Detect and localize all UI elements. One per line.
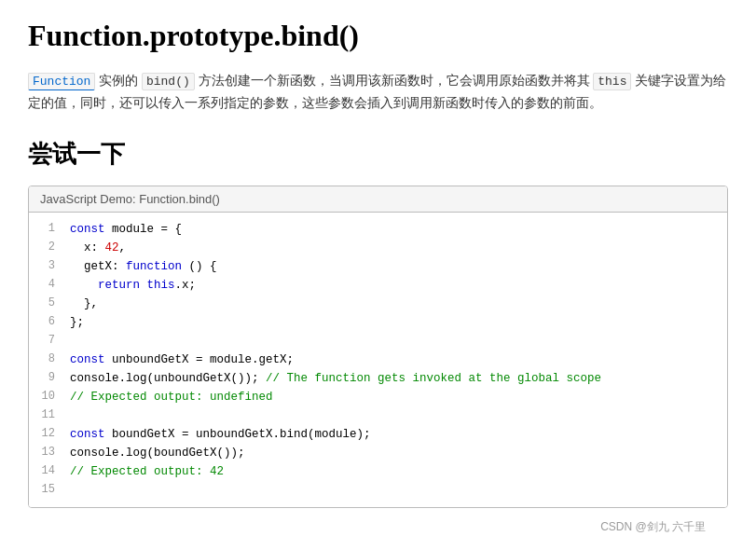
line-content: [70, 406, 77, 425]
page-title: Function.prototype.bind(): [28, 19, 728, 53]
line-content: const unboundGetX = module.getX;: [70, 351, 294, 369]
table-row: 10 // Expected output: undefined: [29, 388, 727, 406]
line-content: return this.x;: [70, 276, 196, 295]
description: Function 实例的 bind() 方法创建一个新函数，当调用该新函数时，它…: [28, 70, 728, 116]
line-content: [70, 481, 77, 500]
line-number: 2: [36, 239, 55, 257]
table-row: 9 console.log(unboundGetX()); // The fun…: [29, 369, 727, 388]
line-content: // Expected output: undefined: [70, 388, 273, 406]
table-row: 15: [29, 481, 727, 500]
table-row: 12 const boundGetX = unboundGetX.bind(mo…: [29, 425, 727, 444]
table-row: 14 // Expected output: 42: [29, 462, 727, 481]
watermark: CSDN @剑九 六千里: [600, 519, 706, 535]
table-row: 7: [29, 332, 727, 351]
line-number: 9: [36, 369, 55, 388]
line-content: getX: function () {: [70, 257, 217, 276]
table-row: 1 const module = {: [29, 220, 727, 239]
line-number: 4: [36, 276, 55, 295]
line-content: console.log(boundGetX());: [70, 444, 245, 462]
line-number: 5: [36, 295, 55, 313]
line-number: 3: [36, 257, 55, 276]
line-content: const boundGetX = unboundGetX.bind(modul…: [70, 425, 371, 444]
table-row: 11: [29, 406, 727, 425]
line-number: 14: [36, 462, 55, 481]
page-wrapper: Function.prototype.bind() Function 实例的 b…: [28, 19, 728, 550]
line-number: 7: [36, 332, 55, 351]
line-content: };: [70, 313, 84, 332]
demo-header: JavaScript Demo: Function.bind(): [29, 186, 727, 213]
line-number: 6: [36, 313, 55, 332]
demo-box: JavaScript Demo: Function.bind() 1 const…: [28, 186, 728, 508]
desc-text-1: 实例的: [95, 74, 142, 88]
section-title: 尝试一下: [28, 138, 728, 171]
table-row: 13 console.log(boundGetX());: [29, 444, 727, 462]
line-content: const module = {: [70, 220, 182, 239]
code-block: 1 const module = { 2 x: 42, 3 getX: func…: [29, 213, 727, 507]
line-number: 11: [36, 406, 55, 425]
line-content: [70, 332, 77, 351]
line-number: 13: [36, 444, 55, 462]
table-row: 2 x: 42,: [29, 239, 727, 257]
desc-text-2: 方法创建一个新函数，当调用该新函数时，它会调用原始函数并将其: [195, 74, 594, 88]
bind-code: bind(): [142, 73, 195, 90]
this-code: this: [593, 73, 631, 90]
line-number: 8: [36, 351, 55, 369]
line-content: x: 42,: [70, 239, 126, 257]
table-row: 5 },: [29, 295, 727, 313]
table-row: 3 getX: function () {: [29, 257, 727, 276]
table-row: 8 const unboundGetX = module.getX;: [29, 351, 727, 369]
line-content: },: [70, 295, 98, 313]
line-number: 1: [36, 220, 55, 239]
line-number: 15: [36, 481, 55, 500]
line-content: // Expected output: 42: [70, 462, 224, 481]
function-link[interactable]: Function: [28, 73, 95, 90]
line-number: 10: [36, 388, 55, 406]
table-row: 4 return this.x;: [29, 276, 727, 295]
line-number: 12: [36, 425, 55, 444]
line-content: console.log(unboundGetX()); // The funct…: [70, 369, 601, 388]
table-row: 6 };: [29, 313, 727, 332]
